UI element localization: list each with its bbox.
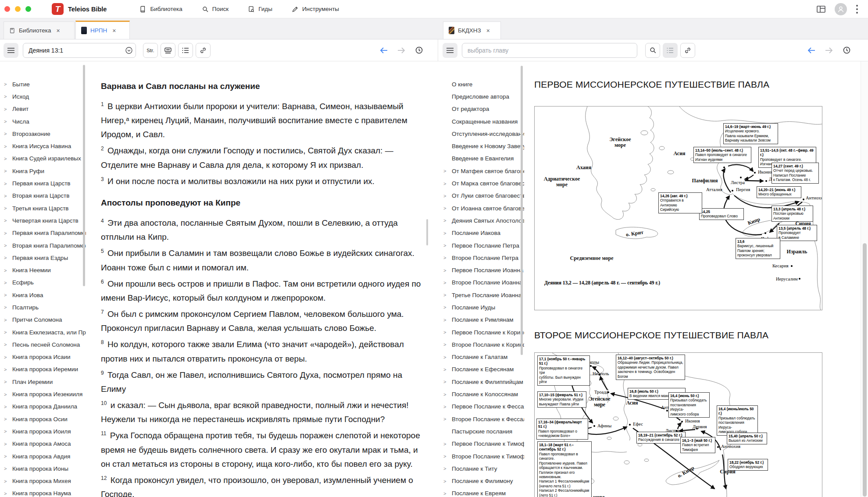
link-panes-button[interactable]	[196, 43, 211, 58]
sidebar-toc-item[interactable]: Введение в Евангелия	[438, 153, 524, 165]
sidebar-toc-item[interactable]: Введение к Новому Завету	[438, 140, 524, 152]
close-tab-icon[interactable]: ×	[112, 28, 116, 34]
scrollbar-thumb[interactable]	[863, 243, 867, 497]
outline-list-button[interactable]	[178, 43, 193, 58]
sidebar-toc-item[interactable]: >Первое Послание Иоанна	[438, 264, 524, 276]
sidebar-book-item[interactable]: >Книга пророка Наума	[0, 487, 86, 497]
sidebar-book-item[interactable]: >Книга пророка Осии	[0, 413, 86, 425]
strongs-toggle-button[interactable]: Str.	[143, 43, 158, 58]
close-tab-icon[interactable]: ×	[486, 28, 490, 34]
chapter-select-input[interactable]	[462, 43, 637, 58]
sidebar-toc-item[interactable]: >Послание к Галатам	[438, 351, 524, 363]
sidebar-toc-item[interactable]: >Первое Послание Петра	[438, 239, 524, 252]
sidebar-toc-item[interactable]: >Третье Послание Иоанна	[438, 289, 524, 301]
sidebar-toc-item[interactable]: >Первое Послание к Коринфянам	[438, 326, 524, 338]
window-scrollbar[interactable]	[861, 61, 868, 497]
sidebar-book-item[interactable]: >Книга пророка Даниила	[0, 401, 86, 413]
sidebar-toc-item[interactable]: >Послание Иуды	[438, 301, 524, 313]
sidebar-book-item[interactable]: >Книга пророка Иезекииля	[0, 388, 86, 400]
sidebar-toc-item[interactable]: >Второе Послание к Фессалоникийцам	[438, 413, 524, 425]
nav-tools[interactable]: Инструменты	[292, 6, 339, 13]
sidebar-toc-item[interactable]: >Второе Послание к Коринфянам	[438, 338, 524, 351]
sidebar-book-item[interactable]: >Есфирь	[0, 277, 86, 289]
sidebar-toc-item[interactable]: >Послание к Филимону	[438, 475, 524, 487]
sidebar-book-item[interactable]: >Книга Екклезиаста, или Проповедника	[0, 326, 86, 338]
sidebar-book-item[interactable]: >Книга пророка Иоиля	[0, 425, 86, 437]
sidebar-book-item[interactable]: >Вторая книга Царств	[0, 190, 86, 202]
tab-bible-nrpn[interactable]: НРПН ×	[75, 21, 130, 39]
sidebar-toc-item[interactable]: >Первое Послание к Фессалоникийцам	[438, 401, 524, 413]
sidebar-toc-item[interactable]: Сокращенные названия	[438, 115, 524, 128]
sidebar-book-item[interactable]: >Книга Иова	[0, 289, 86, 301]
sidebar-toc-item[interactable]: Предисловие автора	[438, 90, 524, 103]
sidebar-book-item[interactable]: >Книга Руфи	[0, 165, 86, 177]
link-panes-button[interactable]	[680, 43, 695, 58]
sidebar-book-item[interactable]: >Четвертая книга Царств	[0, 214, 86, 227]
history-clock-icon[interactable]	[413, 43, 425, 58]
sidebar-toc-item[interactable]: Пастырские послания	[438, 425, 524, 437]
nav-search[interactable]: Поиск	[202, 6, 229, 13]
sidebar-book-item[interactable]: >Книга пророка Исаии	[0, 351, 86, 363]
tab-library[interactable]: Библиотека ×	[4, 21, 75, 39]
history-clock-icon[interactable]	[841, 43, 852, 58]
sidebar-book-item[interactable]: >Книга пророка Михея	[0, 475, 86, 487]
back-arrow-icon[interactable]	[806, 43, 817, 58]
sidebar-toc-item[interactable]: >От Луки святое благовествование	[438, 190, 524, 202]
sidebar-toc-item[interactable]: От редактора	[438, 103, 524, 115]
sidebar-book-item[interactable]: >Бытие	[0, 78, 86, 90]
sidebar-book-item[interactable]: >Книга Судей израилевых	[0, 153, 86, 165]
sidebar-toc-item[interactable]: >От Иоанна святое благовествование	[438, 202, 524, 214]
sidebar-scrollbar[interactable]	[521, 66, 523, 355]
sidebar-book-item[interactable]: >Книга пророка Авдия	[0, 450, 86, 462]
maximize-window-button[interactable]	[25, 6, 31, 12]
sidebar-toc-item[interactable]: >Второе Послание Иоанна	[438, 277, 524, 289]
minimize-window-button[interactable]	[15, 6, 21, 12]
reading-view-button[interactable]	[161, 43, 175, 58]
sidebar-toc-item[interactable]: >От Матфея святое благовествование	[438, 165, 524, 177]
sidebar-toc-item[interactable]: >Деяния Святых Апостолов	[438, 214, 524, 227]
nav-library[interactable]: Библиотека	[139, 6, 182, 13]
outline-list-button[interactable]	[663, 43, 678, 58]
text-scrollbar[interactable]	[426, 219, 428, 245]
avatar[interactable]	[835, 3, 847, 15]
sidebar-toc-item[interactable]: Отступления-исследования	[438, 128, 524, 140]
sidebar-book-item[interactable]: >Исход	[0, 90, 86, 103]
back-arrow-icon[interactable]	[378, 43, 389, 58]
sidebar-book-item[interactable]: >Книга пророка Ионы	[0, 462, 86, 475]
sidebar-book-item[interactable]: >Книга Иисуса Навина	[0, 140, 86, 152]
sidebar-book-item[interactable]: >Числа	[0, 115, 86, 128]
sidebar-toc-item[interactable]: >Послание к Ефесянам	[438, 363, 524, 376]
sidebar-book-item[interactable]: >Вторая книга Паралипоменон	[0, 239, 86, 252]
kebab-menu-icon[interactable]	[856, 4, 858, 14]
close-window-button[interactable]	[4, 6, 10, 12]
sidebar-book-item[interactable]: >Первая книга Царств	[0, 177, 86, 189]
layout-panels-icon[interactable]	[816, 5, 826, 14]
sidebar-book-item[interactable]: >Первая книга Паралипоменон	[0, 227, 86, 239]
sidebar-book-item[interactable]: >Первая книга Ездры	[0, 252, 86, 264]
sidebar-toggle-button[interactable]	[4, 43, 18, 58]
sidebar-scrollbar[interactable]	[83, 65, 85, 286]
sidebar-book-item[interactable]: >Книга пророка Амоса	[0, 438, 86, 450]
sidebar-toc-item[interactable]: >От Марка святое благовествование	[438, 177, 524, 189]
sidebar-toc-item[interactable]: >Послание к Римлянам	[438, 314, 524, 326]
sidebar-toc-item[interactable]: >Послание к Титу	[438, 462, 524, 475]
tab-book-bkdhnz[interactable]: БКДХНЗ ×	[443, 21, 501, 39]
sidebar-book-item[interactable]: >Второзаконие	[0, 128, 86, 140]
sidebar-book-item[interactable]: >Третья книга Царств	[0, 202, 86, 214]
sidebar-book-item[interactable]: >Плач Иеремии	[0, 376, 86, 388]
sidebar-book-item[interactable]: >Левит	[0, 103, 86, 115]
sidebar-book-item[interactable]: >Притчи Соломона	[0, 314, 86, 326]
forward-arrow-icon[interactable]	[823, 43, 835, 58]
sidebar-toc-item[interactable]: >Послание к Евреям	[438, 487, 524, 497]
sidebar-book-item[interactable]: >Песнь песней Соломона	[0, 338, 86, 351]
search-button[interactable]	[645, 43, 660, 58]
sidebar-toggle-button[interactable]	[443, 43, 457, 58]
close-tab-icon[interactable]: ×	[56, 28, 60, 34]
sidebar-toc-item[interactable]: >Второе Послание Петра	[438, 252, 524, 264]
nav-guides[interactable]: Гиды	[248, 6, 272, 13]
forward-arrow-icon[interactable]	[396, 43, 407, 58]
sidebar-toc-item[interactable]: >Первое Послание к Тимофею	[438, 438, 524, 450]
sidebar-toc-item[interactable]: >Послание Иакова	[438, 227, 524, 239]
sidebar-toc-item[interactable]: >Послание к Колоссянам	[438, 388, 524, 400]
sidebar-book-item[interactable]: >Книга пророка Иеремии	[0, 363, 86, 376]
